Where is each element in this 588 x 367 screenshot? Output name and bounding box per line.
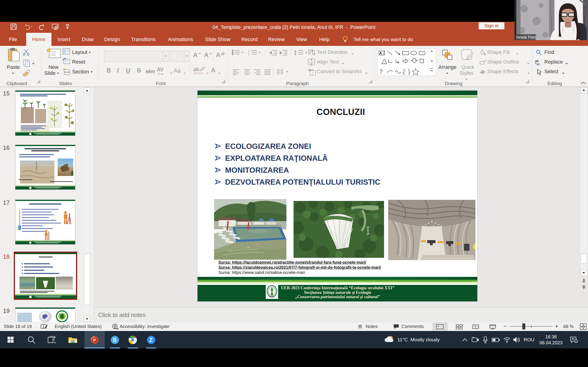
svg-text:3: 3 — [248, 54, 250, 56]
svg-text:A: A — [311, 49, 313, 52]
svg-text:Z: Z — [149, 336, 153, 343]
svg-text:Ionela Petri: Ionela Petri — [516, 35, 536, 40]
svg-text:P: P — [93, 338, 96, 342]
svg-text:ac: ac — [536, 62, 540, 66]
svg-text:A: A — [380, 51, 382, 55]
svg-text:S: S — [113, 337, 116, 343]
